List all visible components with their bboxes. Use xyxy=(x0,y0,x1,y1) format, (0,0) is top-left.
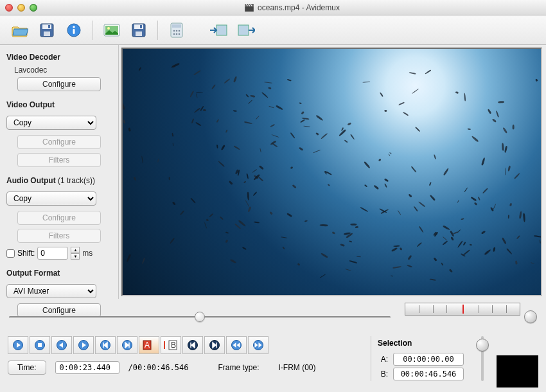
svg-rect-7 xyxy=(44,31,50,36)
export-button[interactable] xyxy=(235,21,257,40)
set-marker-b-button[interactable]: B xyxy=(161,336,181,354)
audio-output-select[interactable]: Copy xyxy=(6,192,96,206)
audio-shift-ms: ms xyxy=(82,249,92,258)
zoom-window-button[interactable] xyxy=(30,4,37,12)
volume-knob[interactable] xyxy=(476,339,489,352)
save-alt-button[interactable] xyxy=(128,21,150,40)
close-window-button[interactable] xyxy=(5,4,13,12)
jog-scroller[interactable] xyxy=(405,303,520,316)
svg-point-25 xyxy=(176,33,178,35)
set-marker-a-button[interactable]: A xyxy=(139,336,159,354)
toolbar-separator xyxy=(157,21,158,40)
traffic-lights xyxy=(5,4,37,12)
svg-rect-31 xyxy=(38,343,42,347)
transport-buttons: A B xyxy=(8,336,364,354)
video-output-select[interactable]: Copy xyxy=(6,116,96,130)
volume-slider[interactable] xyxy=(473,336,491,381)
svg-rect-8 xyxy=(48,25,50,28)
audio-output-configure-button: Configure xyxy=(17,211,101,225)
calculator-button[interactable] xyxy=(166,21,188,40)
next-keyframe-button[interactable] xyxy=(117,336,137,354)
prev-keyframe-button[interactable] xyxy=(95,336,116,354)
svg-point-23 xyxy=(179,30,181,31)
goto-start-button[interactable] xyxy=(182,336,203,354)
frame-type-value: I-FRM (00) xyxy=(279,363,316,372)
jog-reset-button[interactable] xyxy=(524,310,537,323)
output-format-heading: Output Format xyxy=(6,269,112,278)
audio-shift-input[interactable] xyxy=(37,247,68,260)
selection-heading: Selection xyxy=(378,339,468,348)
prev-frame-button[interactable] xyxy=(51,336,72,354)
svg-point-14 xyxy=(107,27,110,30)
video-preview: // we will generate fish after data-bind… xyxy=(121,48,542,296)
svg-rect-38 xyxy=(164,341,165,349)
next-black-frame-button[interactable] xyxy=(248,336,269,354)
goto-end-button[interactable] xyxy=(204,336,225,354)
svg-rect-17 xyxy=(136,31,142,36)
audio-shift-spinner[interactable]: ▲▼ xyxy=(71,247,80,260)
stop-button[interactable] xyxy=(30,336,50,354)
video-decoder-heading: Video Decoder xyxy=(6,53,112,62)
svg-text:A: A xyxy=(145,341,150,350)
video-decoder-codec: Lavcodec xyxy=(14,66,112,75)
audio-shift-label: Shift: xyxy=(17,249,35,258)
audio-output-heading: Audio Output (1 track(s)) xyxy=(6,176,112,185)
info-button[interactable] xyxy=(63,21,85,40)
svg-point-21 xyxy=(173,30,175,31)
selection-b-label: B: xyxy=(378,370,388,379)
selection-a-input[interactable] xyxy=(393,353,464,366)
open-file-button[interactable] xyxy=(9,21,31,40)
svg-rect-27 xyxy=(216,25,227,35)
svg-rect-28 xyxy=(238,25,249,35)
save-file-button[interactable] xyxy=(36,21,58,40)
svg-point-10 xyxy=(73,26,75,28)
total-time: /00:00:46.546 xyxy=(128,363,189,372)
selection-b-input[interactable] xyxy=(393,368,464,380)
selection-a-label: A: xyxy=(378,355,388,364)
main-toolbar xyxy=(0,15,546,45)
svg-text:B: B xyxy=(171,341,176,350)
import-button[interactable] xyxy=(208,21,230,40)
image-tool-button[interactable] xyxy=(101,21,123,40)
video-output-filters-button: Filters xyxy=(17,153,101,167)
app-clapperboard-icon xyxy=(245,4,254,12)
svg-point-22 xyxy=(176,30,178,31)
minimize-window-button[interactable] xyxy=(17,4,25,12)
time-button[interactable]: Time: xyxy=(8,361,46,375)
video-decoder-configure-button[interactable]: Configure xyxy=(17,77,101,91)
audio-output-filters-button: Filters xyxy=(17,229,101,243)
audio-shift-checkbox[interactable] xyxy=(6,249,15,258)
timeline-knob[interactable] xyxy=(195,312,205,322)
next-frame-button[interactable] xyxy=(73,336,94,354)
svg-rect-0 xyxy=(245,6,254,12)
bottom-divider xyxy=(371,336,371,381)
sidebar: Video Decoder Lavcodec Configure Video O… xyxy=(0,45,119,299)
output-format-select[interactable]: AVI Muxer xyxy=(6,284,96,298)
prev-black-frame-button[interactable] xyxy=(226,336,247,354)
svg-rect-20 xyxy=(172,24,181,28)
window-title: oceans.mp4 - Avidemux xyxy=(258,3,340,12)
svg-point-26 xyxy=(179,33,181,35)
video-output-configure-button: Configure xyxy=(17,135,101,149)
video-output-heading: Video Output xyxy=(6,100,112,109)
toolbar-separator xyxy=(92,21,93,40)
play-button[interactable] xyxy=(8,336,28,354)
timeline-slider[interactable] xyxy=(9,312,391,322)
current-time-input[interactable] xyxy=(55,361,119,374)
audio-thumbnail xyxy=(497,355,538,388)
svg-rect-11 xyxy=(73,29,75,34)
window-titlebar: oceans.mp4 - Avidemux xyxy=(0,0,546,15)
svg-point-24 xyxy=(173,33,175,35)
frame-type-label: Frame type: xyxy=(218,363,259,372)
svg-rect-18 xyxy=(140,25,142,28)
